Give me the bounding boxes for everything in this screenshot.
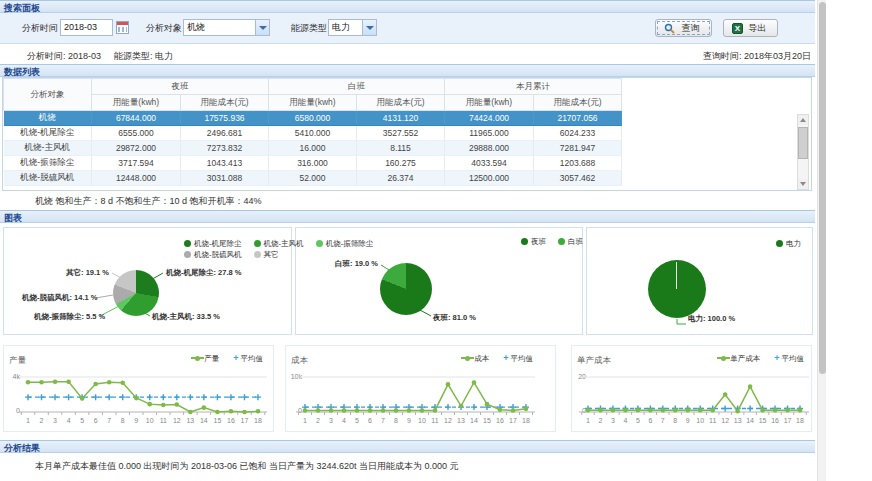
data-list-header: 数据列表	[0, 64, 815, 77]
svg-text:13: 13	[186, 417, 194, 424]
table-row[interactable]: 机烧-脱硫风机12448.0003031.08852.00026.3741250…	[4, 171, 622, 186]
svg-text:18: 18	[796, 417, 804, 424]
pie-object-share	[113, 270, 159, 316]
svg-text:1: 1	[586, 417, 590, 424]
svg-text:18: 18	[254, 417, 262, 424]
svg-text:18: 18	[522, 417, 530, 424]
legend-item[interactable]: 夜班	[521, 237, 546, 247]
pie-chart-object-share: 机烧-机尾除尘 机烧-主风机 机烧-振筛除尘 机烧-脱硫风机 其它 其它: 19…	[3, 227, 292, 335]
energy-type-label: 能源类型	[291, 22, 327, 35]
svg-text:16: 16	[227, 417, 235, 424]
scroll-up-icon[interactable]	[798, 115, 808, 125]
pie-radius-line	[676, 262, 677, 289]
svg-text:14: 14	[200, 417, 208, 424]
legend-item[interactable]: 机烧-振筛除尘	[316, 239, 374, 249]
svg-text:14: 14	[470, 417, 478, 424]
legend-dot	[558, 238, 565, 245]
scroll-down-icon[interactable]	[798, 179, 808, 189]
col-header-cost[interactable]: 用能成本(元)	[534, 95, 622, 111]
page-scrollbar-thumb[interactable]	[819, 2, 826, 374]
svg-text:2: 2	[40, 417, 44, 424]
col-header-energy[interactable]: 用能量(kwh)	[445, 95, 534, 111]
svg-text:5: 5	[636, 417, 640, 424]
saturation-note: 机烧 饱和生产：8 d 不饱和生产：10 d 饱和开机率：44%	[35, 195, 262, 208]
legend-dot	[254, 240, 261, 247]
pie-label-tail-dust: 机烧-机尾除尘: 27.8 %	[166, 268, 241, 278]
svg-text:15: 15	[214, 417, 222, 424]
svg-text:4: 4	[67, 417, 71, 424]
table-row[interactable]: 机烧-机尾除尘6555.0002496.6815410.0003527.5521…	[4, 126, 622, 141]
col-header-cost[interactable]: 用能成本(元)	[357, 95, 445, 111]
pie-energy-share	[648, 260, 706, 318]
pie-label-main-fan: 机烧-主风机: 33.5 %	[152, 312, 220, 322]
svg-text:3: 3	[53, 417, 57, 424]
analysis-time-input[interactable]: 2018-03	[60, 19, 113, 36]
svg-text:12: 12	[444, 417, 452, 424]
chevron-down-icon[interactable]	[362, 20, 376, 35]
col-group-month[interactable]: 本月累计	[445, 79, 622, 95]
analysis-object-value: 机烧	[187, 22, 205, 32]
col-header-object[interactable]: 分析对象	[4, 79, 92, 111]
energy-type-select[interactable]: 电力	[328, 19, 377, 36]
export-button-label: 导出	[749, 23, 767, 33]
svg-text:6: 6	[94, 417, 98, 424]
page-scrollbar[interactable]	[817, 0, 826, 481]
svg-text:9: 9	[134, 417, 138, 424]
query-button[interactable]: 查询	[655, 19, 712, 37]
svg-text:16: 16	[496, 417, 504, 424]
analysis-time-label: 分析时间	[22, 22, 58, 35]
svg-text:13: 13	[457, 417, 465, 424]
legend-item[interactable]: 机烧-脱硫风机	[184, 250, 242, 260]
analysis-object-select[interactable]: 机烧	[183, 19, 270, 36]
svg-text:12: 12	[721, 417, 729, 424]
pie-label-electric: 电力: 100.0 %	[688, 314, 735, 324]
legend-item[interactable]: 机烧-机尾除尘	[184, 239, 242, 249]
svg-text:14: 14	[746, 417, 754, 424]
legend-item[interactable]: 机烧-主风机	[254, 239, 304, 249]
legend-item[interactable]: 电力	[776, 239, 801, 249]
line-chart-cost: 成本 成本 +平均值 10k 0 12345678910111213141516…	[285, 345, 556, 432]
legend-dot	[184, 240, 191, 247]
svg-text:13: 13	[734, 417, 742, 424]
svg-text:15: 15	[759, 417, 767, 424]
svg-text:4: 4	[342, 417, 346, 424]
svg-text:2: 2	[599, 417, 603, 424]
production-plot: 123456789101112131415161718	[4, 346, 273, 431]
legend-dot	[316, 240, 323, 247]
svg-text:12: 12	[173, 417, 181, 424]
col-group-day[interactable]: 白班	[269, 79, 445, 95]
svg-text:17: 17	[241, 417, 249, 424]
legend-item[interactable]: 其它	[254, 250, 279, 260]
summary-query-time: 查询时间: 2018年03月20日	[703, 50, 811, 63]
col-header-cost[interactable]: 用能成本(元)	[181, 95, 269, 111]
svg-text:17: 17	[509, 417, 517, 424]
table-row[interactable]: 机烧-主风机29872.0007273.83216.0008.11529888.…	[4, 141, 622, 156]
legend-item[interactable]: 白班	[558, 237, 583, 247]
main-content: 搜索面板 分析时间 2018-03 分析对象 机烧 能源类型 电力 查询	[0, 0, 815, 481]
calendar-icon[interactable]	[116, 21, 129, 34]
table-scrollbar-thumb[interactable]	[798, 127, 808, 159]
table-row[interactable]: 机烧67844.00017575.9366580.0004131.1207442…	[4, 111, 622, 126]
col-header-energy[interactable]: 用能量(kwh)	[92, 95, 181, 111]
export-button[interactable]: X 导出	[723, 19, 778, 37]
svg-text:7: 7	[107, 417, 111, 424]
pie-label-other: 其它: 19.1 %	[41, 268, 109, 278]
cost-plot: 123456789101112131415161718	[286, 346, 555, 431]
energy-type-value: 电力	[332, 22, 350, 32]
svg-text:1: 1	[26, 417, 30, 424]
pie2-legend: 夜班 白班	[521, 237, 593, 247]
energy-analysis-page: 搜索面板 分析时间 2018-03 分析对象 机烧 能源类型 电力 查询	[0, 0, 872, 481]
svg-text:7: 7	[381, 417, 385, 424]
table-row[interactable]: 机烧-振筛除尘3717.5941043.413316.000160.275403…	[4, 156, 622, 171]
legend-dot	[521, 238, 528, 245]
table-scrollbar[interactable]	[797, 114, 809, 190]
charts-panel-header: 图表	[0, 210, 815, 223]
svg-text:10: 10	[146, 417, 154, 424]
col-header-energy[interactable]: 用能量(kwh)	[269, 95, 357, 111]
unit-cost-plot: 123456789101112131415161718	[572, 346, 811, 431]
pie-label-day-shift: 白班: 19.0 %	[316, 259, 378, 269]
col-group-night[interactable]: 夜班	[92, 79, 269, 95]
search-form: 分析时间 2018-03 分析对象 机烧 能源类型 电力 查询	[0, 13, 815, 44]
search-panel-header: 搜索面板	[0, 0, 815, 13]
chevron-down-icon[interactable]	[255, 20, 269, 35]
